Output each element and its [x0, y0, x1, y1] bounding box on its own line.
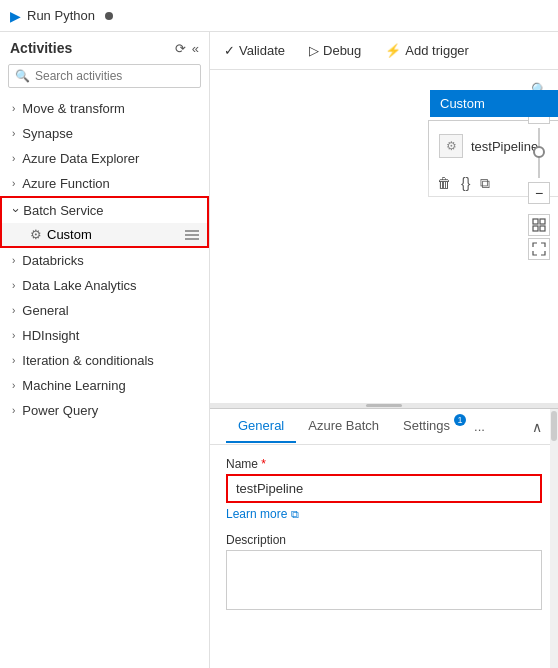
chevron-right-icon: ›	[12, 280, 15, 291]
copy-icon[interactable]: ⧉	[480, 175, 490, 192]
zoom-slider-thumb[interactable]	[533, 146, 545, 158]
sidebar-item-custom[interactable]: ⚙ Custom	[2, 223, 207, 246]
sidebar-item-hdinsight[interactable]: › HDInsight	[0, 323, 209, 348]
add-trigger-button[interactable]: ⚡ Add trigger	[381, 41, 473, 60]
pipeline-node-icon: ⚙	[439, 134, 463, 158]
validate-icon: ✓	[224, 43, 235, 58]
sidebar-item-label: Synapse	[22, 126, 73, 141]
name-field-label: Name *	[226, 457, 542, 471]
required-marker: *	[261, 457, 266, 471]
chevron-right-icon: ›	[12, 405, 15, 416]
sidebar-item-databricks[interactable]: › Databricks	[0, 248, 209, 273]
main-layout: Activities ⟳ « 🔍 › Move & transform › Sy…	[0, 32, 558, 668]
trigger-icon: ⚡	[385, 43, 401, 58]
sidebar-item-label: Azure Function	[22, 176, 109, 191]
canvas-area: ✓ Validate ▷ Debug ⚡ Add trigger 🔍 + −	[210, 32, 558, 668]
title-bar-text: Run Python	[27, 8, 95, 23]
description-field-label: Description	[226, 533, 542, 547]
description-input[interactable]	[226, 550, 542, 610]
chevron-right-icon: ›	[12, 380, 15, 391]
tab-general[interactable]: General	[226, 410, 296, 443]
debug-button[interactable]: ▷ Debug	[305, 41, 365, 60]
sidebar-item-general[interactable]: › General	[0, 298, 209, 323]
scroll-thumb	[551, 411, 557, 441]
chevron-right-icon: ›	[12, 355, 15, 366]
sidebar-item-label: Batch Service	[23, 203, 103, 218]
sidebar-item-label: Azure Data Explorer	[22, 151, 139, 166]
sidebar-header-icons: ⟳ «	[175, 41, 199, 56]
tab-settings[interactable]: Settings 1	[391, 410, 468, 443]
sidebar-item-synapse[interactable]: › Synapse	[0, 121, 209, 146]
drag-line	[185, 230, 199, 232]
learn-more-link[interactable]: Learn more	[226, 507, 287, 521]
chevron-right-icon: ›	[12, 153, 15, 164]
custom-label: Custom	[47, 227, 92, 242]
gear-icon: ⚙	[30, 227, 42, 242]
svg-rect-0	[533, 219, 538, 224]
canvas[interactable]: 🔍 + −	[210, 70, 558, 408]
delete-icon[interactable]: 🗑	[437, 175, 451, 191]
panel-collapse-button[interactable]: ∧	[532, 419, 542, 435]
panel-tabs: General Azure Batch Settings 1 ... ∧	[210, 409, 558, 445]
properties-panel: General Azure Batch Settings 1 ... ∧ Nam…	[210, 408, 558, 668]
drag-line	[185, 238, 199, 240]
drag-line	[185, 234, 199, 236]
name-input[interactable]	[226, 474, 542, 503]
validate-button[interactable]: ✓ Validate	[220, 41, 289, 60]
sidebar-item-move-transform[interactable]: › Move & transform	[0, 96, 209, 121]
sidebar-item-iteration-conditionals[interactable]: › Iteration & conditionals	[0, 348, 209, 373]
sidebar-item-label: Iteration & conditionals	[22, 353, 154, 368]
sidebar-header: Activities ⟳ «	[0, 32, 209, 60]
zoom-out-button[interactable]: −	[528, 182, 550, 204]
tab-azure-batch-label: Azure Batch	[308, 418, 379, 433]
svg-rect-1	[540, 226, 545, 231]
tab-azure-batch[interactable]: Azure Batch	[296, 410, 391, 443]
sidebar-item-batch-service[interactable]: › Batch Service	[2, 198, 207, 223]
chevron-down-icon: ›	[9, 208, 24, 212]
run-python-icon: ▶	[10, 8, 21, 24]
sidebar-item-label: Power Query	[22, 403, 98, 418]
unsaved-dot	[105, 12, 113, 20]
panel-scrollbar[interactable]	[550, 409, 558, 668]
sidebar: Activities ⟳ « 🔍 › Move & transform › Sy…	[0, 32, 210, 668]
sidebar-item-label: Move & transform	[22, 101, 125, 116]
zoom-slider-track	[538, 128, 540, 178]
sidebar-item-power-query[interactable]: › Power Query	[0, 398, 209, 423]
chevron-right-icon: ›	[12, 128, 15, 139]
dropdown-label: Custom	[440, 94, 485, 113]
sidebar-item-label: Databricks	[22, 253, 83, 268]
search-box[interactable]: 🔍	[8, 64, 201, 88]
sidebar-title: Activities	[10, 40, 72, 56]
sidebar-item-label: Machine Learning	[22, 378, 125, 393]
fullscreen-button[interactable]	[528, 238, 550, 260]
code-icon[interactable]: {}	[461, 175, 470, 191]
activity-dropdown: Custom	[430, 90, 558, 117]
search-input[interactable]	[35, 69, 194, 83]
chevron-right-icon: ›	[12, 255, 15, 266]
tab-settings-label: Settings	[403, 418, 450, 433]
resize-bar	[366, 404, 402, 407]
chevron-right-icon: ›	[12, 178, 15, 189]
chevron-right-icon: ›	[12, 305, 15, 316]
sidebar-item-azure-function[interactable]: › Azure Function	[0, 171, 209, 196]
sidebar-item-machine-learning[interactable]: › Machine Learning	[0, 373, 209, 398]
debug-label: Debug	[323, 43, 361, 58]
sidebar-item-label: Data Lake Analytics	[22, 278, 136, 293]
title-bar: ▶ Run Python	[0, 0, 558, 32]
tab-more-button[interactable]: ...	[468, 411, 491, 442]
add-trigger-label: Add trigger	[405, 43, 469, 58]
sidebar-item-data-lake-analytics[interactable]: › Data Lake Analytics	[0, 273, 209, 298]
sidebar-item-azure-data-explorer[interactable]: › Azure Data Explorer	[0, 146, 209, 171]
sidebar-item-label: General	[22, 303, 68, 318]
description-field-group: Description	[226, 533, 542, 613]
svg-rect-2	[540, 219, 545, 224]
fit-page-button[interactable]	[528, 214, 550, 236]
collapse-sidebar-icon[interactable]: «	[192, 41, 199, 56]
search-icon: 🔍	[15, 69, 30, 83]
refresh-icon[interactable]: ⟳	[175, 41, 186, 56]
sidebar-item-label: HDInsight	[22, 328, 79, 343]
tab-general-label: General	[238, 418, 284, 433]
drag-handle	[185, 230, 199, 240]
toolbar: ✓ Validate ▷ Debug ⚡ Add trigger	[210, 32, 558, 70]
settings-badge: 1	[454, 414, 466, 426]
